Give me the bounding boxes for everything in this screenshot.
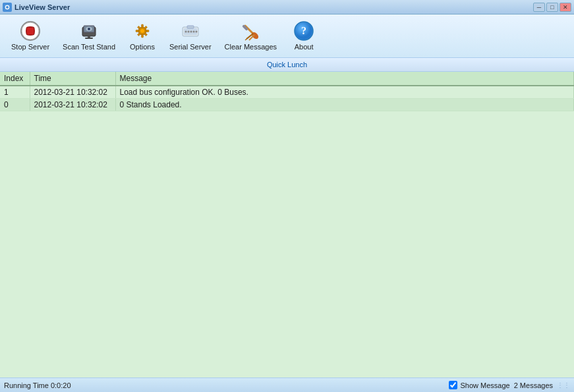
message-count: 2 Messages	[514, 381, 553, 389]
cell-index: 0	[0, 99, 30, 111]
stop-server-label: Stop Server	[11, 43, 49, 51]
table-row: 02012-03-21 10:32:020 Stands Loaded.	[0, 99, 574, 111]
svg-text:?: ?	[301, 25, 306, 36]
cell-index: 1	[0, 86, 30, 99]
app-icon	[3, 3, 12, 12]
options-icon	[132, 20, 153, 42]
message-table-container: Index Time Message 12012-03-21 10:32:02L…	[0, 72, 574, 378]
running-time-label: Running Time	[4, 381, 49, 389]
cell-message: 0 Stands Loaded.	[115, 99, 574, 111]
quick-lunch-link[interactable]: Quick Lunch	[267, 61, 307, 69]
show-message-label: Show Message	[460, 381, 509, 389]
quick-lunch-bar: Quick Lunch	[0, 58, 574, 72]
cell-time: 2012-03-21 10:32:02	[30, 86, 115, 99]
title-bar: LiveView Server ─ □ ✕	[0, 0, 574, 14]
clear-messages-label: Clear Messages	[225, 43, 277, 51]
serial-server-button[interactable]: Serial Server	[163, 17, 217, 55]
serial-server-icon	[180, 20, 201, 42]
scan-test-stand-button[interactable]: Scan Test Stand	[57, 17, 121, 55]
about-button[interactable]: ? About	[284, 17, 324, 55]
minimize-button[interactable]: ─	[533, 3, 545, 12]
clear-messages-button[interactable]: Clear Messages	[219, 17, 283, 55]
window-controls: ─ □ ✕	[533, 3, 571, 12]
show-message-checkbox-container: Show Message	[449, 381, 509, 389]
clear-messages-icon	[240, 20, 261, 42]
options-label: Options	[130, 43, 155, 51]
svg-rect-18	[142, 24, 144, 27]
col-header-index: Index	[0, 72, 30, 86]
svg-point-30	[190, 31, 192, 33]
col-header-time: Time	[30, 72, 115, 86]
about-label: About	[295, 43, 314, 51]
svg-rect-12	[85, 38, 93, 39]
about-icon: ?	[293, 20, 314, 42]
svg-rect-33	[187, 26, 194, 28]
status-right: Show Message 2 Messages ⋮⋮	[449, 381, 570, 389]
svg-point-17	[140, 29, 144, 33]
cell-message: Load bus configuration OK. 0 Buses.	[115, 86, 574, 99]
svg-rect-21	[146, 30, 149, 32]
table-row: 12012-03-21 10:32:02Load bus configurati…	[0, 86, 574, 99]
svg-rect-20	[136, 30, 138, 32]
show-message-checkbox[interactable]	[449, 381, 457, 389]
scan-test-stand-icon	[78, 20, 100, 42]
svg-point-28	[185, 31, 187, 33]
options-button[interactable]: Options	[123, 17, 162, 55]
maximize-button[interactable]: □	[546, 3, 558, 12]
running-time: Running Time 0:0:20	[4, 381, 71, 389]
scan-test-stand-label: Scan Test Stand	[63, 43, 115, 51]
status-bar: Running Time 0:0:20 Show Message 2 Messa…	[0, 378, 574, 392]
serial-server-label: Serial Server	[169, 43, 212, 51]
message-table: Index Time Message 12012-03-21 10:32:02L…	[0, 72, 574, 111]
svg-point-29	[187, 31, 189, 33]
running-time-value: 0:0:20	[51, 381, 71, 389]
svg-point-31	[192, 31, 194, 33]
resize-grip: ⋮⋮	[557, 381, 570, 389]
svg-point-1	[6, 6, 9, 9]
svg-rect-19	[142, 35, 144, 38]
col-header-message: Message	[115, 72, 574, 86]
close-button[interactable]: ✕	[560, 3, 571, 12]
toolbar: Stop Server Scan Test Stand	[0, 14, 574, 58]
cell-time: 2012-03-21 10:32:02	[30, 99, 115, 111]
svg-point-32	[195, 31, 197, 33]
stop-server-button[interactable]: Stop Server	[5, 17, 55, 55]
stop-server-icon	[20, 20, 41, 42]
window-title: LiveView Server	[14, 3, 70, 11]
svg-point-15	[88, 28, 90, 30]
